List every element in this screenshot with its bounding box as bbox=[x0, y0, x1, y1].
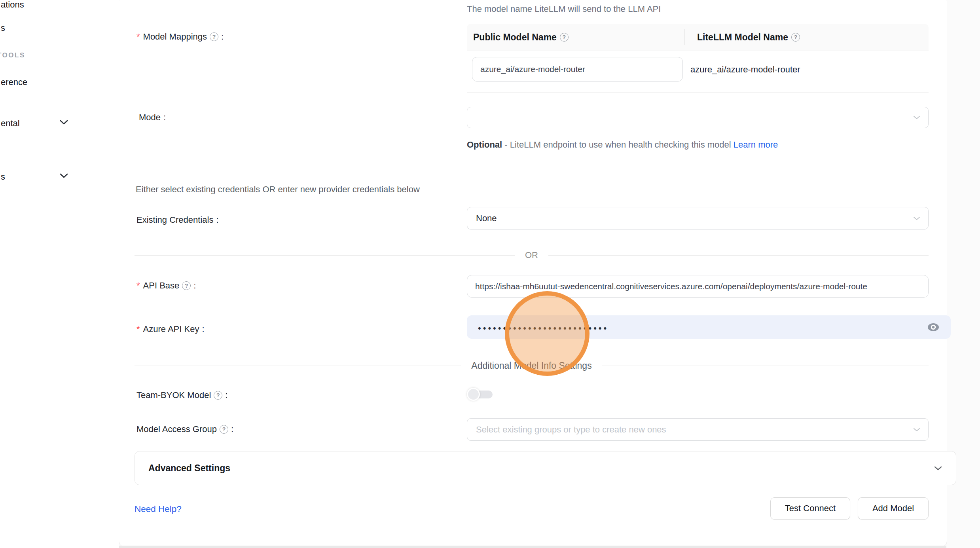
sidebar-item-models[interactable]: s bbox=[1, 23, 5, 33]
eye-icon[interactable] bbox=[927, 322, 940, 332]
help-icon[interactable]: ? bbox=[210, 32, 218, 41]
model-mappings-table: Public Model Name ? LiteLLM Model Name ?… bbox=[467, 24, 929, 93]
litellm-model-name-value: azure_ai/azure-model-router bbox=[690, 64, 800, 75]
or-divider: OR bbox=[135, 249, 929, 261]
add-model-page: ations s TOOLS erence ental s The model … bbox=[0, 0, 980, 548]
column-header-litellm-model-name: LiteLLM Model Name ? bbox=[691, 32, 800, 43]
mode-hint: Optional - LiteLLM endpoint to use when … bbox=[467, 137, 894, 152]
advanced-settings-panel[interactable]: Advanced Settings bbox=[135, 451, 956, 485]
sidebar-item-settings[interactable]: s bbox=[1, 172, 5, 182]
chevron-down-icon bbox=[913, 116, 920, 119]
table-header-row: Public Model Name ? LiteLLM Model Name ? bbox=[467, 24, 929, 51]
help-icon[interactable]: ? bbox=[214, 391, 222, 400]
api-base-input[interactable]: https://ishaa-mh6uutut-swedencentral.cog… bbox=[467, 275, 929, 298]
need-help-link[interactable]: Need Help? bbox=[135, 504, 182, 514]
test-connect-button[interactable]: Test Connect bbox=[770, 497, 850, 520]
sidebar-item-inference[interactable]: erence bbox=[1, 77, 27, 87]
model-access-group-label: Model Access Group ? : bbox=[136, 424, 233, 434]
help-icon[interactable]: ? bbox=[560, 33, 569, 42]
team-byok-toggle[interactable] bbox=[467, 388, 493, 401]
help-icon[interactable]: ? bbox=[791, 33, 800, 42]
sidebar-item-experimental[interactable]: ental bbox=[1, 118, 20, 129]
add-model-button[interactable]: Add Model bbox=[858, 497, 929, 520]
model-access-group-select[interactable]: Select existing groups or type to create… bbox=[467, 418, 929, 441]
column-divider bbox=[684, 29, 685, 45]
required-asterisk: * bbox=[136, 281, 140, 291]
help-icon[interactable]: ? bbox=[182, 281, 191, 290]
learn-more-link[interactable]: Learn more bbox=[734, 140, 778, 150]
credentials-hint: Either select existing credentials OR en… bbox=[136, 184, 420, 195]
chevron-down-icon[interactable] bbox=[59, 173, 68, 180]
required-asterisk: * bbox=[136, 324, 140, 334]
api-base-label: * API Base ? : bbox=[136, 281, 196, 291]
sidebar-section-tools: TOOLS bbox=[0, 51, 25, 59]
mode-select[interactable] bbox=[467, 107, 929, 128]
sidebar: ations s TOOLS erence ental s bbox=[0, 0, 119, 548]
mode-label: Mode : bbox=[139, 112, 166, 123]
masked-password-value: •••••••••••••••••••••••••• bbox=[478, 324, 927, 333]
chevron-down-icon[interactable] bbox=[59, 119, 68, 127]
additional-settings-divider: Additional Model Info Settings bbox=[135, 359, 929, 372]
table-row: azure_ai/azure-model-router azure_ai/azu… bbox=[467, 51, 929, 93]
page-background-strip bbox=[119, 546, 946, 548]
help-icon[interactable]: ? bbox=[220, 425, 228, 434]
column-header-public-model-name: Public Model Name ? bbox=[467, 32, 691, 43]
team-byok-label: Team-BYOK Model ? : bbox=[136, 390, 227, 400]
required-asterisk: * bbox=[136, 32, 140, 42]
chevron-down-icon bbox=[913, 428, 920, 432]
azure-api-key-input[interactable]: •••••••••••••••••••••••••• bbox=[467, 315, 951, 339]
chevron-down-icon bbox=[934, 466, 942, 471]
model-name-hint: The model name LiteLLM will send to the … bbox=[467, 4, 661, 14]
model-mappings-label: * Model Mappings ? : bbox=[136, 32, 224, 42]
existing-credentials-label: Existing Credentials : bbox=[136, 215, 219, 225]
existing-credentials-select[interactable]: None bbox=[467, 207, 929, 229]
azure-api-key-label: * Azure API Key : bbox=[136, 324, 205, 334]
chevron-down-icon bbox=[913, 216, 920, 220]
public-model-name-input[interactable]: azure_ai/azure-model-router bbox=[472, 57, 683, 82]
sidebar-item-integrations[interactable]: ations bbox=[1, 0, 24, 10]
